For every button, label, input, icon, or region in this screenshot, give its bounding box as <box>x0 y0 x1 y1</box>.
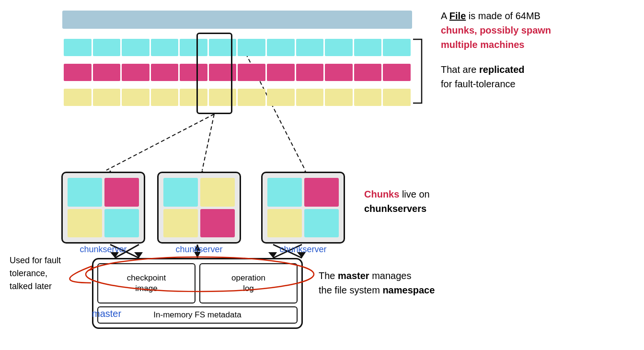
annotation-replicated: That are replicated for fault-tolerance <box>441 62 525 91</box>
cs-chunk-cyan <box>163 178 198 207</box>
cs-chunk-pink <box>104 178 139 207</box>
chunk-cell <box>354 39 382 56</box>
checkpoint-image-cell: checkpoint image <box>97 263 196 303</box>
svg-line-1 <box>202 114 214 170</box>
diagram-container: chunkserver chunkserver chunkserver chec… <box>0 0 644 350</box>
chunkserver-label-right: chunkserver <box>261 245 345 255</box>
cs-chunk-cyan2 <box>304 209 339 238</box>
master-label: master <box>92 307 121 320</box>
chunk-cell <box>151 89 179 106</box>
svg-line-0 <box>106 114 214 170</box>
chunk-cell <box>267 39 295 56</box>
chunk-cell <box>383 39 411 56</box>
cs-chunk-cyan <box>267 178 302 207</box>
chunk-cell <box>383 89 411 106</box>
cs-chunk-yellow <box>68 209 102 238</box>
chunk-cell <box>64 39 92 56</box>
chunk-cell <box>238 39 265 56</box>
chunkserver-left <box>61 172 145 244</box>
master-top-row: checkpoint image operation log <box>97 263 298 303</box>
chunkserver-label-middle: chunkserver <box>157 245 241 255</box>
cs-chunk-pink <box>200 209 235 238</box>
annotation-chunkservers: Chunks live on chunkservers <box>364 187 430 216</box>
chunk-cell <box>122 39 150 56</box>
chunkserver-middle <box>157 172 241 244</box>
chunk-cell <box>354 64 382 81</box>
chunk-cell <box>122 89 150 106</box>
chunk-cell <box>325 64 353 81</box>
chunk-cell <box>93 89 121 106</box>
annotation-fault-tolerance: Used for fault tolerance, talked later <box>10 254 61 293</box>
chunkserver-label-left: chunkserver <box>61 245 145 255</box>
chunk-cell <box>64 89 92 106</box>
chunk-cell <box>151 39 179 56</box>
cs-chunk-pink <box>304 178 339 207</box>
yellow-chunk-row <box>62 87 412 107</box>
cs-chunk-yellow <box>267 209 302 238</box>
pink-chunk-row <box>62 62 412 82</box>
chunk-cell <box>64 64 92 81</box>
chunk-cell <box>296 89 324 106</box>
chunk-cell <box>93 64 121 81</box>
chunk-cell <box>238 89 265 106</box>
chunk-cell <box>296 39 324 56</box>
cs-chunk-cyan2 <box>104 209 139 238</box>
chunk-cell <box>296 64 324 81</box>
operation-log-cell: operation log <box>199 263 298 303</box>
chunk-cell <box>267 64 295 81</box>
chunk-cell <box>122 64 150 81</box>
cs-chunk-yellow2 <box>163 209 198 238</box>
master-box: checkpoint image operation log In-memory… <box>92 258 303 329</box>
annotation-file: A File is made of 64MB chunks, possibly … <box>441 9 551 52</box>
chunk-cell <box>354 89 382 106</box>
selection-box <box>196 33 232 114</box>
chunk-cell <box>325 39 353 56</box>
cs-chunk-yellow <box>200 178 235 207</box>
chunk-cell <box>267 89 295 106</box>
file-bar <box>62 11 412 29</box>
cs-chunk-cyan <box>68 178 102 207</box>
chunk-cell <box>238 64 265 81</box>
chunk-cell <box>151 64 179 81</box>
chunk-cell <box>93 39 121 56</box>
chunkserver-right <box>261 172 345 244</box>
in-memory-cell: In-memory FS metadata <box>97 306 298 324</box>
chunk-cell <box>383 64 411 81</box>
cyan-chunk-row <box>62 37 412 58</box>
annotation-master-manages: The master manages the file system names… <box>319 268 435 297</box>
chunk-cell <box>325 89 353 106</box>
